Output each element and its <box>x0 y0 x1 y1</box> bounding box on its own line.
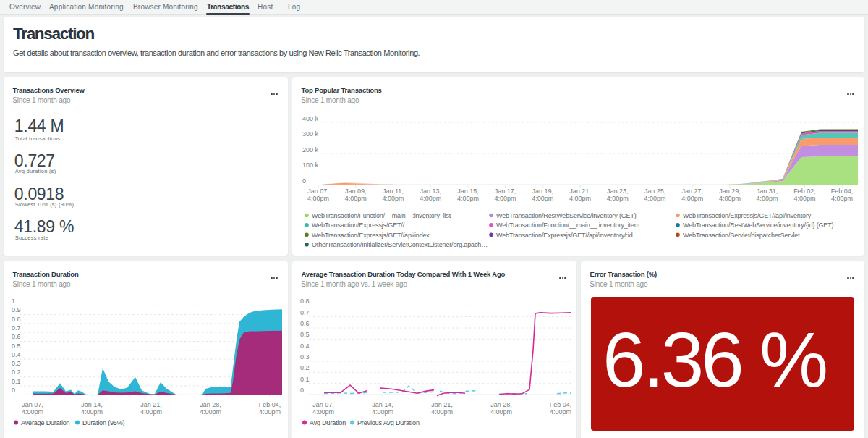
svg-text:400 k: 400 k <box>302 115 319 122</box>
svg-text:Average Duration: Average Duration <box>21 419 70 426</box>
svg-text:0.1: 0.1 <box>300 376 310 383</box>
svg-text:0.1: 0.1 <box>12 378 21 385</box>
svg-text:300 k: 300 k <box>302 130 319 138</box>
svg-text:4:00pm: 4:00pm <box>644 195 665 202</box>
svg-text:Feb 04,: Feb 04, <box>831 188 854 195</box>
svg-text:WebTransaction/Expressjs/GET//: WebTransaction/Expressjs/GET// <box>312 222 405 229</box>
svg-text:4:00pm: 4:00pm <box>372 408 393 416</box>
svg-text:Feb 02,: Feb 02, <box>793 188 816 195</box>
svg-text:Jan 07,: Jan 07, <box>307 188 329 195</box>
svg-text:WebTransaction/Expressjs/GET//: WebTransaction/Expressjs/GET//api/invent… <box>496 232 633 239</box>
svg-text:Jan 09,: Jan 09, <box>345 188 367 195</box>
svg-text:4:00pm: 4:00pm <box>140 408 162 416</box>
svg-text:Jan 28,: Jan 28, <box>200 401 221 408</box>
svg-text:4:00pm: 4:00pm <box>495 195 516 202</box>
svg-text:Jan 11,: Jan 11, <box>383 188 404 195</box>
svg-text:Jan 21,: Jan 21, <box>569 188 591 195</box>
svg-text:4:00pm: 4:00pm <box>569 195 591 202</box>
svg-text:4:00pm: 4:00pm <box>81 408 103 416</box>
svg-text:0.7: 0.7 <box>12 324 21 332</box>
svg-text:Jan 13,: Jan 13, <box>420 188 441 195</box>
svg-text:Feb 04,: Feb 04, <box>259 401 281 408</box>
svg-text:4:00pm: 4:00pm <box>457 195 479 202</box>
svg-text:4:00pm: 4:00pm <box>345 195 367 202</box>
svg-text:4:00pm: 4:00pm <box>431 408 453 416</box>
svg-text:4:00pm: 4:00pm <box>22 408 43 416</box>
svg-text:0.4: 0.4 <box>12 351 21 358</box>
svg-text:Previous Avg Duration: Previous Avg Duration <box>357 419 420 426</box>
svg-text:4:00pm: 4:00pm <box>793 195 815 202</box>
svg-text:4:00pm: 4:00pm <box>490 408 512 416</box>
svg-text:OtherTransaction/Initializer/S: OtherTransaction/Initializer/ServletCont… <box>312 241 488 248</box>
svg-text:100 k: 100 k <box>302 161 319 169</box>
svg-text:4:00pm: 4:00pm <box>831 195 853 202</box>
svg-text:4:00pm: 4:00pm <box>681 195 703 202</box>
svg-text:Jan 07,: Jan 07, <box>22 401 43 408</box>
svg-text:0.5: 0.5 <box>12 342 21 350</box>
svg-text:0.9: 0.9 <box>12 306 21 313</box>
svg-text:WebTransaction/Servlet/dispatc: WebTransaction/Servlet/dispatcherServlet <box>683 232 800 239</box>
svg-text:0.5: 0.5 <box>300 331 310 338</box>
svg-text:4:00pm: 4:00pm <box>719 195 741 202</box>
svg-text:0: 0 <box>302 177 306 185</box>
svg-text:Feb 04,: Feb 04, <box>550 401 572 408</box>
svg-text:Jan 27,: Jan 27, <box>681 188 703 195</box>
svg-text:Jan 21,: Jan 21, <box>431 401 453 408</box>
svg-text:4:00pm: 4:00pm <box>307 195 329 202</box>
svg-text:0.6: 0.6 <box>300 320 310 327</box>
svg-text:0: 0 <box>12 387 15 394</box>
svg-text:4:00pm: 4:00pm <box>420 195 441 202</box>
svg-text:0.8: 0.8 <box>12 316 21 323</box>
svg-text:4:00pm: 4:00pm <box>757 195 778 202</box>
svg-text:WebTransaction/Expressjs/GET//: WebTransaction/Expressjs/GET//api/index <box>312 232 430 239</box>
svg-text:WebTransaction/Function/__main: WebTransaction/Function/__main__:invento… <box>312 212 451 219</box>
svg-text:0: 0 <box>300 387 304 394</box>
svg-text:0.7: 0.7 <box>300 309 310 316</box>
svg-text:Avg Duration: Avg Duration <box>310 419 346 426</box>
svg-text:Jan 29,: Jan 29, <box>719 188 741 195</box>
svg-text:Jan 25,: Jan 25, <box>644 188 666 195</box>
svg-text:4:00pm: 4:00pm <box>382 195 404 202</box>
svg-text:WebTransaction/RestWebService/: WebTransaction/RestWebService/inventory … <box>496 212 637 219</box>
svg-text:4:00pm: 4:00pm <box>550 408 571 416</box>
svg-text:0.2: 0.2 <box>12 368 21 376</box>
svg-text:4:00pm: 4:00pm <box>200 408 221 416</box>
svg-text:0.3: 0.3 <box>12 360 21 367</box>
svg-text:WebTransaction/Function/__main: WebTransaction/Function/__main__:invento… <box>496 222 639 229</box>
svg-text:Jan 17,: Jan 17, <box>495 188 516 195</box>
svg-text:200 k: 200 k <box>302 146 319 153</box>
svg-text:Jan 07,: Jan 07, <box>312 401 334 408</box>
svg-text:4:00pm: 4:00pm <box>312 408 334 416</box>
svg-text:4:00pm: 4:00pm <box>532 195 553 202</box>
svg-text:WebTransaction/RestWebService/: WebTransaction/RestWebService/inventory/… <box>683 222 834 229</box>
svg-text:4:00pm: 4:00pm <box>259 408 281 416</box>
svg-text:Jan 31,: Jan 31, <box>757 188 778 195</box>
svg-text:Jan 21,: Jan 21, <box>140 401 162 408</box>
svg-text:0.6: 0.6 <box>12 333 21 340</box>
svg-text:Jan 15,: Jan 15, <box>457 188 479 195</box>
svg-text:Duration (95%): Duration (95%) <box>82 419 125 426</box>
svg-text:Jan 19,: Jan 19, <box>532 188 554 195</box>
svg-text:0.8: 0.8 <box>300 298 310 305</box>
svg-text:Jan 14,: Jan 14, <box>372 401 393 408</box>
svg-text:WebTransaction/Expressjs/GET//: WebTransaction/Expressjs/GET//api/invent… <box>683 212 812 219</box>
svg-text:Jan 23,: Jan 23, <box>607 188 629 195</box>
svg-text:0.4: 0.4 <box>300 342 310 350</box>
svg-text:4:00pm: 4:00pm <box>607 195 629 202</box>
svg-text:1: 1 <box>12 298 15 305</box>
svg-text:Jan 14,: Jan 14, <box>81 401 103 408</box>
svg-text:0.3: 0.3 <box>300 353 310 361</box>
svg-text:0.2: 0.2 <box>300 364 310 371</box>
svg-text:Jan 28,: Jan 28, <box>490 401 512 408</box>
